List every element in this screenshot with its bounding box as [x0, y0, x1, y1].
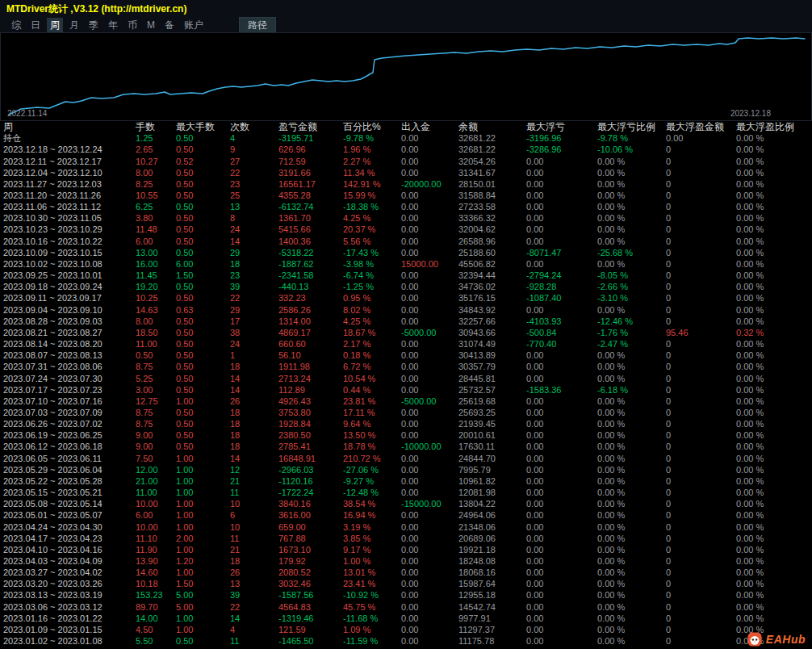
table-cell: 1314.00 [275, 316, 340, 327]
table-cell: 0.50 [173, 167, 227, 178]
table-row[interactable]: 2023.06.19 ~ 2023.06.259.000.50182380.50… [0, 429, 812, 441]
table-row[interactable]: 2023.06.12 ~ 2023.06.189.000.50182785.41… [0, 441, 812, 452]
table-row[interactable]: 2023.10.16 ~ 2023.10.226.000.50141400.36… [0, 236, 812, 247]
table-cell: 32681.22 [455, 132, 523, 144]
table-cell: 32257.66 [455, 316, 523, 327]
table-cell: 0 [663, 624, 733, 635]
table-row[interactable]: 2023.05.01 ~ 2023.05.076.001.0063616.001… [0, 509, 812, 521]
table-row[interactable]: 2023.03.27 ~ 2023.04.0214.601.00262080.5… [0, 567, 812, 578]
table-row[interactable]: 2023.11.27 ~ 2023.12.038.250.502316561.1… [0, 178, 812, 190]
table-row[interactable]: 2023.05.22 ~ 2023.05.2821.001.0021-1120.… [0, 475, 812, 487]
table-cell: 0.00 % [733, 190, 812, 201]
table-cell: 13 [227, 201, 275, 212]
table-cell: 1 [227, 350, 275, 361]
table-cell: 45.75 % [340, 601, 398, 613]
eahub-logo: EAHub [747, 632, 806, 647]
menu-bar: 综日周月季年币M备账户 路径 [0, 18, 812, 32]
table-cell: 0 [663, 429, 733, 441]
table-row[interactable]: 2023.10.30 ~ 2023.11.053.800.5081361.704… [0, 212, 812, 224]
menu-tab-综[interactable]: 综 [8, 18, 24, 33]
table-cell: 12 [227, 464, 275, 475]
table-row[interactable]: 2023.07.31 ~ 2023.08.068.750.50181911.98… [0, 361, 812, 372]
table-cell: 0.00 [398, 418, 455, 429]
table-cell: -27.06 % [340, 464, 398, 475]
table-cell: 0.50 [173, 418, 227, 429]
table-row[interactable]: 2023.12.11 ~ 2023.12.1710.270.5227712.59… [0, 155, 812, 166]
table-row[interactable]: 2023.04.17 ~ 2023.04.2311.102.0011767.88… [0, 533, 812, 544]
table-row[interactable]: 2023.03.06 ~ 2023.03.1289.705.00224564.8… [0, 601, 812, 613]
table-cell: 23 [227, 270, 275, 281]
table-row[interactable]: 2023.10.09 ~ 2023.10.1513.000.5029-5318.… [0, 247, 812, 258]
menu-tab-日[interactable]: 日 [27, 18, 44, 33]
table-cell: 10 [227, 521, 275, 533]
table-row[interactable]: 2023.04.24 ~ 2023.04.3010.001.0010659.00… [0, 521, 812, 532]
table-row[interactable]: 2023.04.10 ~ 2023.04.1611.901.00211673.1… [0, 544, 812, 555]
path-button[interactable]: 路径 [239, 17, 276, 34]
table-cell: 0.00 [398, 475, 455, 487]
window-title: MTDriver统计 ,V3.12 (http://mtdriver.cn) [6, 2, 186, 16]
table-row[interactable]: 2023.03.20 ~ 2023.03.2610.181.50133032.4… [0, 578, 812, 589]
table-cell: 2.00 [173, 533, 227, 544]
table-cell: 0.00 [523, 396, 594, 407]
table-row[interactable]: 2023.01.16 ~ 2023.01.2214.001.0014-1319.… [0, 613, 812, 624]
table-cell: 1.00 [173, 487, 227, 498]
table-cell: 8.02 % [340, 304, 398, 316]
table-cell: 31341.67 [455, 167, 523, 178]
table-cell: 0 [663, 555, 733, 567]
table-row[interactable]: 2023.01.09 ~ 2023.01.154.501.004121.591.… [0, 624, 812, 635]
table-row[interactable]: 2023.04.03 ~ 2023.04.0913.901.2018179.92… [0, 555, 812, 567]
table-row[interactable]: 2023.09.25 ~ 2023.10.0111.451.5023-2341.… [0, 270, 812, 281]
table-cell: 0 [663, 418, 733, 429]
table-row[interactable]: 2023.07.10 ~ 2023.07.1612.751.00264926.4… [0, 396, 812, 407]
menu-tab-周[interactable]: 周 [47, 18, 63, 33]
table-cell: -3.10 % [594, 292, 663, 304]
table-row[interactable]: 2023.06.26 ~ 2023.07.028.750.50181928.84… [0, 418, 812, 429]
table-cell: 0.00 [398, 407, 455, 418]
menu-tab-账户[interactable]: 账户 [181, 18, 207, 33]
table-cell: 28150.01 [455, 178, 523, 190]
table-row[interactable]: 2023.11.20 ~ 2023.11.2610.550.50254355.2… [0, 190, 812, 201]
table-row[interactable]: 持仓1.250.504-3195.71-9.78 %0.0032681.22-3… [0, 132, 812, 144]
table-cell: 0.00 [398, 316, 455, 327]
table-cell: 2023.10.23 ~ 2023.10.29 [0, 224, 132, 235]
table-cell: 0.00 % [594, 178, 663, 190]
table-row[interactable]: 2023.12.18 ~ 2023.12.242.650.509626.961.… [0, 144, 812, 155]
table-cell: 1.00 [173, 475, 227, 487]
table-cell: 0.00 % [594, 258, 663, 270]
table-row[interactable]: 2023.08.07 ~ 2023.08.130.500.50156.100.1… [0, 350, 812, 361]
menu-tab-币[interactable]: 币 [124, 18, 140, 33]
table-row[interactable]: 2023.12.04 ~ 2023.12.108.000.50223191.66… [0, 167, 812, 178]
table-row[interactable]: 2023.08.14 ~ 2023.08.2011.000.5024660.60… [0, 338, 812, 350]
table-row[interactable]: 2023.07.24 ~ 2023.07.305.250.50142713.24… [0, 372, 812, 383]
table-row[interactable]: 2023.10.23 ~ 2023.10.2911.480.50245415.6… [0, 224, 812, 235]
table-cell: 2023.07.03 ~ 2023.07.09 [0, 407, 132, 418]
table-row[interactable]: 2023.05.15 ~ 2023.05.2111.001.0011-1722.… [0, 487, 812, 498]
table-row[interactable]: 2023.11.06 ~ 2023.11.126.250.5013-6132.7… [0, 201, 812, 212]
table-cell: 11.00 [132, 487, 173, 498]
table-cell: 4.25 % [340, 316, 398, 327]
table-row[interactable]: 2023.08.28 ~ 2023.09.038.000.50171314.00… [0, 316, 812, 327]
table-cell: 0.00 [523, 190, 594, 201]
menu-tab-季[interactable]: 季 [86, 18, 102, 33]
menu-tab-备[interactable]: 备 [161, 18, 178, 33]
table-cell: -1722.24 [275, 487, 340, 498]
table-row[interactable]: 2023.07.17 ~ 2023.07.233.000.5014112.890… [0, 384, 812, 396]
table-cell: 0.00 [523, 418, 594, 429]
table-row[interactable]: 2023.05.29 ~ 2023.06.0412.001.0012-2966.… [0, 464, 812, 475]
table-row[interactable]: 2023.05.08 ~ 2023.05.1410.001.00103840.1… [0, 498, 812, 509]
table-row[interactable]: 2023.06.05 ~ 2023.06.117.501.001416848.9… [0, 453, 812, 464]
menu-tab-月[interactable]: 月 [66, 18, 82, 33]
table-row[interactable]: 2023.08.21 ~ 2023.08.2718.500.50384869.1… [0, 327, 812, 338]
table-row[interactable]: 2023.10.02 ~ 2023.10.0816.006.0018-1887.… [0, 258, 812, 270]
table-row[interactable]: 2023.09.18 ~ 2023.09.2419.200.5039-440.1… [0, 281, 812, 292]
table-row[interactable]: 2023.03.13 ~ 2023.03.19153.235.0039-1587… [0, 589, 812, 601]
table-row[interactable]: 2023.07.03 ~ 2023.07.098.750.50183753.80… [0, 407, 812, 418]
menu-tab-M[interactable]: M [144, 19, 158, 31]
table-cell: 3.19 % [340, 521, 398, 533]
menu-tab-年[interactable]: 年 [105, 18, 121, 33]
table-cell: 0.00 % [733, 338, 812, 350]
table-row[interactable]: 2023.09.04 ~ 2023.09.1014.630.63292586.2… [0, 304, 812, 316]
table-cell: 0.00 % [733, 156, 812, 167]
table-row[interactable]: 2023.09.11 ~ 2023.09.1710.250.5022332.23… [0, 292, 812, 304]
table-row[interactable]: 2023.01.02 ~ 2023.01.085.500.5011-1465.5… [0, 635, 812, 647]
